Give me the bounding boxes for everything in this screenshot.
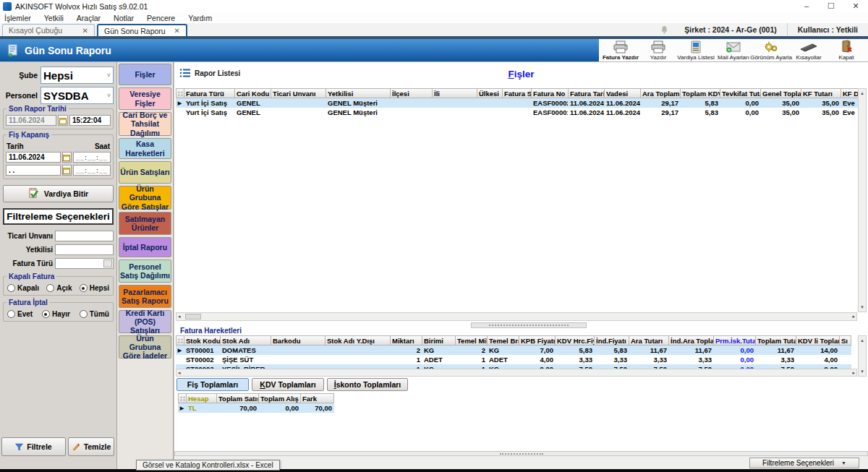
calendar-icon[interactable] — [62, 165, 72, 176]
column-header-tevkifat-tutarı[interactable]: Tevkifat Tutarı — [720, 88, 761, 98]
cancel-invoice-option-evet[interactable]: Evet — [7, 310, 33, 318]
table-row[interactable]: Yurt İçi SatışGENELGENEL MüşteriEASF0000… — [176, 108, 860, 117]
toolbar-button-fatura-yazdır[interactable]: Fatura Yazdır — [602, 40, 639, 61]
column-header-ara-toplam[interactable]: Ara Toplam — [641, 88, 681, 98]
menu-item-araçlar[interactable]: Araçlar — [77, 14, 101, 22]
column-header-kf-tutarı[interactable]: KF Tutarı — [801, 88, 841, 98]
totals-tab-i̇skonto-toplamları[interactable]: İskonto Toplamları — [327, 378, 408, 391]
column-header-kpb-fiyatı[interactable]: KPB Fiyatı — [519, 335, 556, 346]
table-row[interactable]: ▶ST00001DOMATES2KG2KG7,005,835,8311,6711… — [176, 346, 851, 355]
scroll-thumb[interactable] — [185, 314, 201, 319]
panel-splitter[interactable] — [471, 322, 587, 328]
column-header-temel-mik-[interactable]: Temel Mik. — [456, 335, 488, 346]
menu-item-notlar[interactable]: Notlar — [114, 14, 134, 22]
last-report-time-field[interactable]: 15:22:04 — [69, 115, 111, 126]
closed-invoice-option-açık[interactable]: Açık — [46, 284, 72, 292]
totals-tab-fiş-toplamları[interactable]: Fiş Toplamları — [176, 378, 249, 391]
tab-gün-sonu-raporu[interactable]: Gün Sonu Raporu✕ — [97, 24, 187, 36]
column-header-i-nd-ara-toplam[interactable]: İnd.Ara Toplam — [669, 335, 714, 346]
report-button-i-ptal-raporu[interactable]: İptal Raporu — [119, 237, 171, 257]
scroll-down-icon[interactable]: ▾ — [861, 304, 864, 310]
column-header-fatura-seri[interactable]: Fatura Seri — [503, 88, 532, 98]
column-header-stok-kodu[interactable]: Stok Kodu — [184, 335, 221, 346]
column-header-prm-i-sk-tutarı[interactable]: Prm.İsk.Tutarı — [714, 335, 756, 346]
column-header-ara-tutarı[interactable]: Ara Tutarı — [629, 335, 669, 346]
column-header-i-lçesi[interactable]: İlçesi — [391, 88, 433, 98]
end-shift-button[interactable]: Vardiya Bitir — [3, 185, 114, 202]
toolbar-button-görünüm-ayarla[interactable]: Görünüm Ayarla — [752, 40, 790, 61]
column-header-kdv-li-toplam[interactable]: KDV li Toplam — [796, 335, 840, 346]
toolbar-button-mail-ayarları[interactable]: Mail Ayarları — [715, 40, 752, 61]
toolbar-button-vardiya-listesi[interactable]: Vardiya Listesi — [677, 40, 715, 61]
last-report-date-field[interactable]: 11.06.2024 — [6, 115, 56, 126]
column-header-yetkilisi[interactable]: Yetkilisi — [326, 88, 391, 98]
column-header-i-li[interactable]: İli — [433, 88, 477, 98]
tab-close-icon[interactable]: ✕ — [77, 27, 88, 35]
report-button-cari-borç-ve-tahsilat-dağılımı[interactable]: Cari Borç ve Tahsilat Dağılımı — [119, 112, 171, 136]
toolbar-button-yazdır[interactable]: Yazdır — [639, 40, 677, 61]
menu-item-yetkili[interactable]: Yetkili — [44, 14, 64, 22]
report-button-ürün-satışları[interactable]: Ürün Satışları — [119, 161, 171, 184]
invoice-hscrollbar[interactable]: ◂▸ — [176, 312, 857, 321]
report-button-ürün-grubuna-göre-i-adeler[interactable]: Ürün Grubuna Göre İadeler — [119, 335, 171, 359]
scroll-left-icon[interactable]: ◂ — [178, 314, 181, 319]
branch-select[interactable]: Hepsi ˅ — [41, 66, 114, 84]
column-header-fark[interactable]: Fark — [301, 393, 334, 403]
movements-vscrollbar[interactable]: ▴▾ — [858, 335, 867, 377]
filter-options-button[interactable]: Filtreleme Seçenekleri ▼ — [749, 458, 859, 468]
column-header-cari-kodu[interactable]: Cari Kodu — [235, 88, 271, 98]
column-header-sı[interactable]: Sı — [840, 335, 851, 346]
column-header-kdv-hrc-fiyat[interactable]: KDV Hrc.Fiyat — [556, 335, 595, 346]
invoice-vscrollbar[interactable]: ▴▾ — [858, 88, 867, 312]
scroll-down-icon[interactable]: ▾ — [861, 369, 864, 374]
toolbar-button-kapat[interactable]: Kapat — [827, 40, 865, 61]
menu-item-i̇şlemler[interactable]: İşlemler — [4, 14, 31, 22]
lookup-button[interactable] — [103, 259, 112, 267]
movements-hscrollbar[interactable]: ◂▸ — [176, 369, 857, 377]
scroll-left-icon[interactable]: ◂ — [178, 370, 181, 376]
menu-item-yardım[interactable]: Yardım — [188, 14, 212, 22]
column-header-temel-brm-[interactable]: Temel Brm. — [488, 335, 519, 346]
column-header-i-nd-fiyatı[interactable]: İnd.Fiyatı — [595, 335, 629, 346]
tab-kısayol-çubuğu[interactable]: Kısayol Çubuğu✕ — [2, 24, 95, 36]
toolbar-button-kısayollar[interactable]: Kısayollar — [790, 40, 827, 61]
report-button-ürün-grubuna-göre-satışlar[interactable]: Ürün Grubuna Göre Satışlar — [119, 186, 171, 210]
closing-time-field-2[interactable]: __:__:__ — [73, 165, 111, 176]
column-header-fatura-no[interactable]: Fatura No — [532, 88, 569, 98]
closing-time-field-1[interactable]: __:__:__ — [73, 152, 111, 163]
closing-date-field-2[interactable]: . . — [6, 165, 61, 176]
cancel-invoice-option-tümü[interactable]: Tümü — [80, 310, 109, 318]
restore-button[interactable]: ☐ — [819, 0, 843, 12]
report-button-fişler[interactable]: Fişler — [119, 64, 171, 85]
closed-invoice-option-hepsi[interactable]: Hepsi — [80, 284, 109, 292]
column-header-toplam-alış[interactable]: Toplam Alış — [259, 393, 301, 403]
close-button[interactable]: ✕ — [843, 0, 868, 12]
cancel-invoice-option-hayır[interactable]: Hayır — [42, 310, 70, 318]
column-header-ticari-unvanı[interactable]: Ticari Unvanı — [271, 88, 326, 98]
scroll-right-icon[interactable]: ▸ — [852, 370, 855, 376]
column-header-fatura-tarihi[interactable]: Fatura Tarihi — [569, 88, 605, 98]
column-header-stok-adı-y-dışı[interactable]: Stok Adı Y.Dışı — [326, 335, 391, 346]
column-header-barkodu[interactable]: Barkodu — [271, 335, 326, 346]
calendar-icon[interactable] — [58, 115, 68, 126]
filter-input-yetkilisi[interactable] — [55, 244, 114, 255]
scroll-right-icon[interactable]: ▸ — [852, 314, 855, 319]
column-header-stok-adı[interactable]: Stok Adı — [221, 335, 271, 346]
report-button-personel-satış-dağılımı[interactable]: Personel Satış Dağılımı — [119, 259, 171, 283]
table-row[interactable]: ST00002ŞİŞE SÜT1ADET1ADET4,003,333,333,3… — [176, 355, 851, 364]
closed-invoice-option-kapalı[interactable]: Kapalı — [7, 284, 39, 292]
column-header-ülkesi[interactable]: Ülkesi — [477, 88, 503, 98]
column-header-toplam-tutar[interactable]: Toplam Tutar — [756, 335, 796, 346]
table-row[interactable]: ▶TL70,000,0070,00 — [178, 403, 334, 413]
menu-item-pencere[interactable]: Pencere — [147, 14, 175, 22]
personnel-select[interactable]: SYSDBA ˅ — [41, 87, 114, 104]
report-button-veresiye-fişler[interactable]: Veresiye Fişler — [119, 87, 171, 110]
calendar-icon[interactable] — [62, 152, 72, 163]
tab-close-icon[interactable]: ✕ — [169, 27, 180, 35]
scroll-up-icon[interactable]: ▴ — [861, 338, 864, 343]
table-row[interactable]: ▶Yurt İçi SatışGENELGENEL MüşteriEASF000… — [176, 98, 860, 108]
report-button-kredi-kartı-pos-satışları[interactable]: Kredi Kartı (POS) Satışları — [119, 310, 171, 333]
clear-button[interactable]: Temizle — [68, 437, 114, 456]
column-header-toplam-satış[interactable]: Toplam Satış — [217, 393, 259, 403]
column-header-genel-toplam[interactable]: Genel Toplam — [761, 88, 801, 98]
